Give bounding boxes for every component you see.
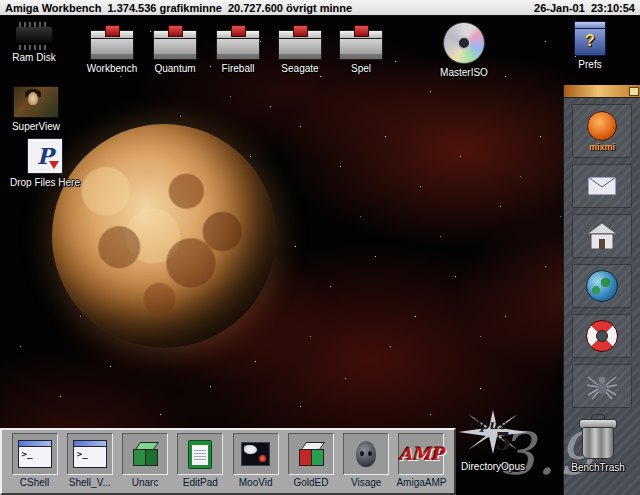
desktop-icon-seagate[interactable]: Seagate: [272, 26, 328, 74]
dock-item-moovid[interactable]: MooVid: [229, 433, 282, 490]
desktop-icon-spel[interactable]: Spel: [333, 26, 389, 74]
dock-item-cshell[interactable]: >_ CShell: [8, 433, 61, 490]
dock-item-mixmi[interactable]: mixmi: [572, 104, 632, 158]
dock-item-spider[interactable]: [572, 364, 632, 408]
icon-label: Drop Files Here: [10, 177, 80, 188]
disk-drive-icon: [339, 36, 383, 60]
icon-label: Workbench: [87, 63, 137, 74]
dock-item-mail[interactable]: [572, 164, 632, 208]
dock-label: MooVid: [239, 477, 273, 488]
icon-label: SuperView: [12, 121, 60, 132]
dock-label: EditPad: [183, 477, 218, 488]
prompt-glyph: >_: [77, 449, 88, 459]
face-icon: [356, 441, 376, 467]
icon-label: Spel: [351, 63, 371, 74]
dock-item-web[interactable]: [572, 264, 632, 308]
globe-icon: [586, 270, 618, 302]
prompt-glyph: >_: [22, 449, 33, 459]
dock-label: Unarc: [132, 477, 159, 488]
drop-files-icon: P: [27, 138, 63, 174]
disk-drive-icon: [90, 36, 134, 60]
mail-icon: [587, 176, 617, 196]
dock-cell: [122, 433, 168, 475]
dock-cell: [288, 433, 334, 475]
dock-label: GoldED: [293, 477, 328, 488]
icon-label: Fireball: [222, 63, 255, 74]
dock-item-shell[interactable]: >_ Shell_V...: [63, 433, 116, 490]
right-dock-titlebar[interactable]: [564, 85, 640, 98]
icon-label: Ram Disk: [12, 52, 55, 63]
dock-cell: [343, 433, 389, 475]
dock-item-golded[interactable]: GoldED: [284, 433, 337, 490]
dock-cell: >_: [12, 433, 58, 475]
desktop-icon-drop-files[interactable]: P Drop Files Here: [4, 138, 86, 188]
bottom-dock: >_ CShell >_ Shell_V...: [0, 428, 456, 495]
trash-body: [582, 427, 614, 459]
dock-item-unarc[interactable]: Unarc: [119, 433, 172, 490]
desktop-icon-workbench[interactable]: Workbench: [84, 26, 140, 74]
desktop-icon-fireball[interactable]: Fireball: [210, 26, 266, 74]
ram-chip-icon: [16, 27, 52, 45]
workbench-screen: Amiga Workbench 1.374.536 grafikminne 20…: [0, 0, 640, 495]
right-dock-minimize-button[interactable]: [629, 87, 639, 96]
dock-label: Shell_V...: [69, 477, 111, 488]
dock-item-editpad[interactable]: EditPad: [174, 433, 227, 490]
desktop-icon-ram-disk[interactable]: Ram Disk: [6, 18, 62, 63]
green-cube-icon: [132, 441, 158, 467]
disk-drive-icon: [278, 36, 322, 60]
mona-lisa-icon: [13, 86, 59, 118]
dock-cell: [233, 433, 279, 475]
clock-text: 26-Jan-01 23:10:54: [534, 2, 635, 14]
disk-drive-icon: [153, 36, 197, 60]
desktop-icon-superview[interactable]: SuperView: [8, 86, 64, 132]
dock-item-amigaamp[interactable]: AMP AmigaAMP: [395, 433, 448, 490]
desktop-icon-prefs[interactable]: ? Prefs: [562, 18, 618, 70]
dock-cell: [177, 433, 223, 475]
screen-title-text: Amiga Workbench 1.374.536 grafikminne 20…: [5, 2, 352, 14]
dock-label: CShell: [20, 477, 49, 488]
home-icon: [586, 222, 618, 250]
prefs-drawer-icon: ?: [574, 26, 606, 56]
icon-label: Prefs: [578, 59, 601, 70]
disk-drive-icon: [216, 36, 260, 60]
editor-cube-icon: [298, 441, 324, 467]
dock-item-home[interactable]: [572, 214, 632, 258]
desktop: mixmi: [0, 16, 640, 495]
p-glyph: P: [37, 145, 54, 167]
desktop-icon-masteriso[interactable]: MasterISO: [433, 22, 495, 78]
opus-number: 5: [495, 427, 512, 456]
screen-title-bar[interactable]: Amiga Workbench 1.374.536 grafikminne 20…: [0, 0, 640, 16]
spider-icon: [585, 371, 619, 401]
dock-item-visage[interactable]: Visage: [340, 433, 393, 490]
question-mark-glyph: ?: [585, 32, 595, 50]
opus-starburst-icon: Opus 5: [456, 410, 530, 458]
amp-logo: AMP: [399, 444, 444, 464]
trash-can-icon: [579, 414, 617, 459]
icon-label: Quantum: [154, 63, 195, 74]
dock-item-lifesaver[interactable]: [572, 314, 632, 358]
video-player-icon: [241, 442, 270, 466]
dock-cell: AMP: [398, 433, 444, 475]
terminal-icon: >_: [73, 440, 107, 468]
icon-label: Seagate: [281, 63, 318, 74]
dock-cell: >_: [67, 433, 113, 475]
mixmi-globe-icon: [587, 111, 617, 141]
desktop-icon-directory-opus[interactable]: Opus 5 DirectoryOpus: [450, 410, 536, 472]
desktop-icon-benchtrash[interactable]: BenchTrash: [562, 414, 634, 473]
terminal-icon: >_: [18, 440, 52, 468]
starfield-dim: [0, 16, 1, 17]
dock-label: Visage: [351, 477, 381, 488]
cd-icon: [443, 22, 485, 64]
notepad-icon: [188, 440, 212, 469]
icon-label: BenchTrash: [571, 462, 625, 473]
desktop-icon-quantum[interactable]: Quantum: [147, 26, 203, 74]
dock-label: AmigaAMP: [396, 477, 446, 488]
icon-label: MasterISO: [440, 67, 488, 78]
icon-label: DirectoryOpus: [461, 461, 525, 472]
lifesaver-icon: [586, 320, 618, 352]
mixmi-label: mixmi: [589, 142, 615, 152]
